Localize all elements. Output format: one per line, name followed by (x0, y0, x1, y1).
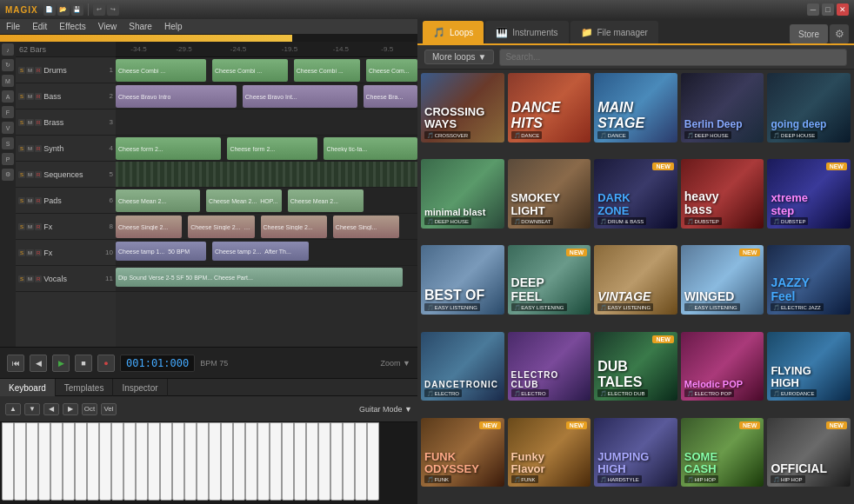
tab-loops[interactable]: 🎵 Loops (423, 21, 484, 43)
track-lane-synth[interactable]: Cheese form 2... Cheese form 2... Cheeky… (116, 136, 417, 162)
prev-button[interactable]: ◀ (30, 355, 47, 372)
white-key-f4[interactable] (209, 422, 221, 501)
new-file-icon[interactable]: 📄 (43, 3, 56, 16)
loop-card-jazzy-feel[interactable]: JAZZYFeel 🎵 ELECTRIC JAZZ (767, 245, 851, 315)
loop-card-winged[interactable]: NEW WINGED 🎵 EASY LISTENING (681, 245, 764, 315)
browser-settings-icon[interactable]: ⚙ (830, 24, 849, 43)
clip-bass-2[interactable]: Cheese Bravo Int... (243, 85, 357, 108)
menu-effects[interactable]: Effects (57, 22, 88, 31)
loop-card-smokey-light[interactable]: SMOKEYLIGHT 🎵 DOWNBEAT (508, 159, 591, 229)
loop-card-dancetronic[interactable]: DANCETRONIC 🎵 ELECTRO (421, 332, 504, 401)
stop-button[interactable]: ■ (75, 355, 92, 372)
loop-card-melodic-pop[interactable]: Melodic POP 🎵 ELECTRO POP (681, 332, 764, 401)
loop-card-funk-odyssey[interactable]: NEW FUNKODYSSEY 🎵 FUNK (421, 418, 504, 487)
clip-pads-3[interactable]: Cheese Mean 2... (288, 189, 364, 212)
close-button[interactable]: ✕ (837, 3, 849, 16)
white-key-b4[interactable] (245, 422, 257, 501)
mute-btn-drums[interactable]: M (26, 67, 34, 74)
loop-card-vintage[interactable]: VINTAGE 🎵 EASY LISTENING (594, 245, 677, 315)
solo-btn-synth[interactable]: S (18, 145, 25, 152)
clip-drums-3[interactable]: Cheese Combi ... (294, 59, 360, 82)
white-key-g4[interactable] (221, 422, 233, 501)
white-key-f3[interactable] (123, 422, 136, 501)
save-icon[interactable]: 💾 (71, 3, 83, 16)
midi-icon[interactable]: M (2, 75, 14, 87)
clip-fx1-1[interactable]: Cheese Single 2... (116, 216, 182, 238)
loop-card-best-of[interactable]: BEST OF 🎵 EASY LISTENING (421, 245, 504, 315)
search-input[interactable] (499, 49, 847, 66)
tab-inspector[interactable]: Inspector (113, 379, 167, 396)
white-key-c3[interactable] (87, 422, 99, 501)
clip-fx1-2[interactable]: Cheese Single 2..._HOP... (188, 216, 254, 238)
menu-share[interactable]: Share (126, 22, 155, 31)
piano-down-btn[interactable]: ▼ (24, 403, 40, 415)
loop-card-dark-zone[interactable]: NEW DARKZONE 🎵 DRUM & BASS (594, 159, 677, 229)
solo-btn-bass[interactable]: S (18, 93, 25, 100)
menu-view[interactable]: View (96, 22, 120, 31)
store-button[interactable]: Store (790, 24, 828, 43)
track-lane-vocals[interactable]: Dip Sound Verse 2-5 SF 50 BPM... Cheese … (116, 266, 417, 292)
vst-icon[interactable]: V (2, 122, 14, 134)
synth-icon[interactable]: S (2, 137, 14, 149)
clip-drums-1[interactable]: Cheese Combi ... (116, 59, 206, 82)
track-lane-fx2[interactable]: Cheese tamp 1..._50 BPM Cheese tamp 2...… (116, 240, 417, 266)
solo-btn-pads[interactable]: S (18, 197, 25, 204)
menu-help[interactable]: Help (162, 22, 185, 31)
white-key-a4[interactable] (233, 422, 245, 501)
white-key-d6[interactable] (355, 422, 367, 501)
clip-fx2-2[interactable]: Cheese tamp 2..._After Th... (212, 242, 309, 261)
white-key-f2[interactable] (38, 422, 50, 501)
zoom-control[interactable]: Zoom ▼ (381, 359, 410, 368)
white-key-c4[interactable] (172, 422, 184, 501)
mute-btn-seq[interactable]: M (26, 171, 34, 178)
clip-drums-2[interactable]: Cheese Combi ... (212, 59, 288, 82)
white-key-f5[interactable] (294, 422, 306, 501)
white-key-a5[interactable] (318, 422, 330, 501)
pad-icon[interactable]: P (2, 153, 14, 165)
clip-synth-3[interactable]: Cheeky tic-ta... (324, 137, 417, 160)
white-key-e2[interactable] (26, 422, 38, 501)
piano-up-btn[interactable]: ▲ (5, 403, 21, 415)
redo-icon[interactable]: ↪ (107, 3, 119, 16)
white-key-g3[interactable] (136, 422, 148, 501)
loop-card-official[interactable]: NEW OFFICIAL 🎵 HIP HOP (767, 418, 851, 487)
loop-card-flying-high[interactable]: FLYINGHIGH 🎵 EURODANCE (767, 332, 851, 401)
white-key-e3[interactable] (111, 422, 123, 501)
clip-synth-2[interactable]: Cheese form 2... (227, 137, 317, 160)
settings-daw-icon[interactable]: ⚙ (2, 169, 14, 181)
rec-btn-vocals[interactable]: R (35, 275, 42, 282)
tab-instruments[interactable]: 🎹 Instruments (485, 21, 568, 43)
solo-btn-fx1[interactable]: S (18, 223, 25, 230)
clip-fx1-3[interactable]: Cheese Single 2... (261, 216, 327, 238)
loop-card-some-cash[interactable]: NEW SOMECASH 🎵 HIP HOP (681, 418, 764, 487)
white-key-e6[interactable] (367, 422, 379, 501)
loop-card-main-stage[interactable]: MAINSTAGE 🎵 DANCE (594, 73, 677, 143)
white-key-b5[interactable] (330, 422, 343, 501)
white-key-a2[interactable] (63, 422, 75, 501)
loop-card-funky-flavor[interactable]: NEW FunkyFlavor 🎵 FUNK (508, 418, 591, 487)
more-loops-button[interactable]: More loops ▼ (424, 50, 494, 64)
white-key-e5[interactable] (282, 422, 294, 501)
record-button[interactable]: ● (97, 355, 115, 372)
clip-fx1-4[interactable]: Cheese Singl... (333, 216, 399, 238)
minimize-button[interactable]: ─ (807, 3, 819, 16)
loop-card-jumping-high[interactable]: JUMPINGHIGH 🎵 HARDSTYLE (594, 418, 677, 487)
loop-card-minimal-blast[interactable]: minimal blast 🎵 DEEP HOUSE (421, 159, 504, 229)
track-lane-drums[interactable]: Cheese Combi ... Cheese Combi ... Cheese… (116, 57, 417, 83)
instrument-icon[interactable]: ♪ (2, 43, 14, 56)
undo-icon[interactable]: ↩ (93, 3, 105, 16)
white-key-d5[interactable] (270, 422, 282, 501)
loop-card-heavy-bass[interactable]: heavybass 🎵 DUBSTEP (681, 159, 764, 229)
white-key-g5[interactable] (306, 422, 318, 501)
mute-btn-vocals[interactable]: M (26, 275, 34, 282)
white-key-e4[interactable] (197, 422, 209, 501)
white-key-b3[interactable] (160, 422, 172, 501)
track-lane-brass[interactable] (116, 109, 417, 136)
loop-card-going-deep[interactable]: going deep 🎵 DEEP HOUSE (767, 73, 851, 143)
white-key-d3[interactable] (99, 422, 111, 501)
white-key-c6[interactable] (343, 422, 355, 501)
white-key-d2[interactable] (14, 422, 26, 501)
mute-btn-fx2[interactable]: M (26, 249, 34, 256)
rec-btn-brass[interactable]: R (35, 119, 42, 126)
loop-card-dance-hits[interactable]: DANCEHITS 🎵 DANCE (508, 73, 591, 143)
